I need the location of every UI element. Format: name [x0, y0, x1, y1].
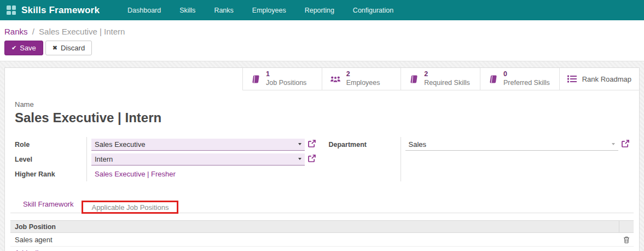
control-panel: Ranks / Sales Executive | Intern ✔ Save …	[0, 20, 644, 61]
app-title: Skills Framework	[21, 5, 100, 16]
column-header-actions	[619, 221, 634, 232]
stat-button-required-skills[interactable]: 2 Required Skills	[401, 68, 480, 90]
job-position-cell[interactable]: Sales agent	[10, 236, 619, 244]
nav-item-skills[interactable]: Skills	[170, 1, 205, 20]
close-icon: ✖	[53, 44, 57, 52]
nav-item-configuration[interactable]: Configuration	[344, 1, 403, 20]
stat-label: Job Positions	[266, 79, 306, 88]
higher-rank-link[interactable]: Sales Executive | Fresher	[95, 170, 176, 178]
stat-value: 2	[424, 70, 469, 79]
book-icon	[251, 75, 260, 84]
delete-row-button[interactable]	[619, 236, 634, 243]
add-line-row: Add a line	[10, 247, 634, 251]
level-select[interactable]: Intern	[91, 153, 305, 166]
right-field-group: Department Sales	[329, 137, 630, 181]
stat-button-preferred-skills[interactable]: 0 Preferred Skills	[480, 68, 559, 90]
breadcrumb-separator: /	[32, 27, 34, 36]
annotation-highlight-box: Applicable Job Positions	[82, 201, 178, 214]
save-button[interactable]: ✔ Save	[4, 41, 43, 55]
stat-value: 0	[503, 70, 550, 79]
book-icon	[488, 75, 498, 84]
tab-skill-framework[interactable]: Skill Framework	[15, 196, 82, 213]
check-icon: ✔	[11, 44, 16, 52]
external-link-icon[interactable]	[308, 155, 316, 164]
top-navbar: Skills Framework Dashboard Skills Ranks …	[0, 0, 644, 20]
nav-item-dashboard[interactable]: Dashboard	[118, 1, 170, 20]
breadcrumb-ranks-link[interactable]: Ranks	[4, 27, 28, 36]
left-field-group: Role Level Higher Rank Sales Executive	[15, 137, 316, 181]
name-field-label: Name	[15, 100, 634, 109]
app-switcher[interactable]: Skills Framework	[7, 5, 100, 16]
stat-value: 1	[266, 70, 306, 79]
external-link-icon[interactable]	[308, 140, 316, 150]
record-name-input[interactable]: Sales Executive | Intern	[15, 110, 634, 126]
role-label: Role	[15, 141, 30, 149]
department-label: Department	[329, 141, 367, 149]
stat-label: Rank Roadmap	[582, 75, 631, 83]
form-sheet: 1 Job Positions 2 Employees 2 Required S…	[4, 67, 640, 251]
external-link-icon[interactable]	[622, 140, 629, 150]
main-menu: Dashboard Skills Ranks Employees Reporti…	[118, 1, 403, 20]
breadcrumb-current: Sales Executive | Intern	[39, 27, 125, 36]
nav-item-employees[interactable]: Employees	[243, 1, 295, 20]
department-select[interactable]: Sales	[405, 139, 619, 151]
chevron-down-icon[interactable]	[298, 158, 301, 160]
chevron-down-icon[interactable]	[612, 143, 615, 145]
users-icon	[330, 75, 341, 83]
breadcrumb: Ranks / Sales Executive | Intern	[4, 25, 640, 41]
table-header-row: Job Position	[10, 221, 634, 233]
stat-label: Employees	[346, 79, 380, 88]
chevron-down-icon[interactable]	[298, 143, 301, 145]
stat-button-bar: 1 Job Positions 2 Employees 2 Required S…	[242, 68, 639, 90]
stat-value: 2	[346, 70, 380, 79]
nav-item-ranks[interactable]: Ranks	[205, 1, 242, 20]
table-row[interactable]: Sales agent	[10, 233, 634, 247]
level-label: Level	[15, 156, 32, 163]
stat-button-employees[interactable]: 2 Employees	[322, 68, 401, 90]
trash-icon	[623, 236, 630, 243]
stat-button-job-positions[interactable]: 1 Job Positions	[242, 68, 322, 90]
stat-button-rank-roadmap[interactable]: Rank Roadmap	[559, 68, 639, 90]
apps-grid-icon	[7, 5, 16, 15]
role-select[interactable]: Sales Executive	[91, 139, 305, 151]
book-icon	[409, 75, 419, 84]
stat-label: Required Skills	[424, 79, 469, 88]
add-a-line-link[interactable]: Add a line	[10, 249, 47, 251]
list-icon	[567, 75, 577, 83]
notebook-tabs: Skill Framework Applicable Job Positions	[10, 196, 634, 213]
discard-button[interactable]: ✖ Discard	[45, 41, 92, 55]
field-groups: Role Level Higher Rank Sales Executive	[15, 137, 629, 181]
column-header-job-position[interactable]: Job Position	[10, 223, 619, 231]
nav-item-reporting[interactable]: Reporting	[295, 1, 344, 20]
higher-rank-label: Higher Rank	[15, 170, 55, 178]
job-positions-table: Job Position Sales agent Add a line	[10, 220, 634, 251]
stat-label: Preferred Skills	[503, 79, 550, 88]
tab-applicable-job-positions[interactable]: Applicable Job Positions	[83, 199, 177, 216]
